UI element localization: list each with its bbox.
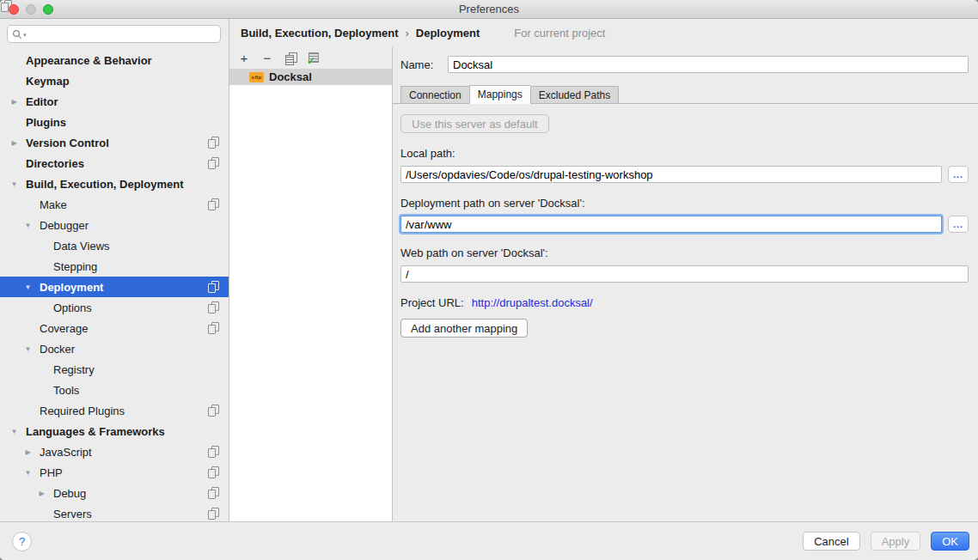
sidebar-item-required-plugins[interactable]: Required Plugins: [0, 400, 229, 421]
sidebar-item-docker[interactable]: ▼Docker: [0, 338, 229, 359]
deployment-path-label: Deployment path on server 'Docksal':: [400, 197, 969, 210]
sidebar-item-directories[interactable]: Directories: [0, 153, 229, 173]
deployment-path-input[interactable]: [400, 216, 942, 233]
copy-icon: [285, 52, 296, 64]
project-url-label: Project URL:: [400, 296, 464, 309]
server-row-docksal[interactable]: sftp Docksal: [229, 69, 392, 85]
use-as-default-button[interactable]: ✓: [307, 52, 321, 65]
breadcrumb-item-current: Deployment: [416, 27, 480, 40]
sidebar-item-registry[interactable]: Registry: [0, 359, 229, 380]
traffic-lights: [9, 4, 53, 15]
server-tabs: ConnectionMappingsExcluded Paths: [393, 85, 978, 104]
tab-mappings[interactable]: Mappings: [469, 85, 530, 104]
sidebar-item-label: Keymap: [26, 75, 70, 88]
server-list-toolbar: + − ✓: [229, 47, 392, 69]
expand-arrow-icon[interactable]: ▼: [23, 469, 33, 477]
project-level-icon: [207, 466, 219, 478]
scope-label: For current project: [514, 27, 605, 40]
sidebar-item-appearance-behavior[interactable]: Appearance & Behavior: [0, 50, 229, 70]
sidebar-item-build-execution-deployment[interactable]: ▼Build, Execution, Deployment: [0, 173, 229, 194]
sidebar-item-keymap[interactable]: Keymap: [0, 70, 229, 91]
sidebar-item-coverage[interactable]: Coverage: [0, 318, 229, 338]
ok-button[interactable]: OK: [931, 532, 969, 551]
title-bar: Preferences: [0, 0, 978, 19]
sidebar-item-label: JavaScript: [40, 446, 92, 459]
project-level-icon: [207, 198, 219, 210]
search-field[interactable]: ▾: [7, 25, 221, 43]
scope-indicator: For current project: [498, 27, 605, 40]
breadcrumb-item-root[interactable]: Build, Execution, Deployment: [241, 27, 398, 40]
sidebar-item-editor[interactable]: ▶Editor: [0, 91, 229, 112]
project-level-icon: [207, 487, 219, 499]
sidebar-item-javascript[interactable]: ▶JavaScript: [0, 441, 229, 462]
server-list-panel: + − ✓ sftp Docksal: [229, 47, 393, 521]
expand-arrow-icon[interactable]: ▶: [9, 98, 19, 106]
sidebar-item-data-views[interactable]: Data Views: [0, 235, 229, 256]
sidebar-item-label: Languages & Frameworks: [26, 425, 165, 438]
sidebar-item-label: Debug: [53, 487, 86, 500]
add-another-mapping-button[interactable]: Add another mapping: [400, 319, 528, 338]
sidebar-item-tools[interactable]: Tools: [0, 380, 229, 400]
sidebar-item-languages-frameworks[interactable]: ▼Languages & Frameworks: [0, 421, 229, 441]
deployment-path-browse-button[interactable]: ...: [948, 216, 969, 233]
local-path-input[interactable]: [400, 166, 942, 183]
sidebar-item-label: Docker: [40, 343, 75, 356]
add-server-button[interactable]: +: [237, 52, 251, 65]
tab-connection[interactable]: Connection: [400, 86, 469, 104]
project-level-icon: [207, 301, 219, 313]
expand-arrow-icon[interactable]: ▶: [9, 139, 19, 147]
sidebar-item-label: Required Plugins: [40, 405, 125, 417]
tab-excluded-paths[interactable]: Excluded Paths: [530, 86, 619, 104]
search-input[interactable]: [28, 27, 216, 41]
sidebar-item-debug[interactable]: ▶Debug: [0, 483, 229, 503]
copy-server-button[interactable]: [284, 52, 297, 65]
deployment-settings-panel: Name: ConnectionMappingsExcluded Paths U…: [393, 47, 978, 521]
zoom-window-button[interactable]: [43, 4, 53, 15]
sidebar-item-label: Build, Execution, Deployment: [26, 178, 183, 191]
apply-button[interactable]: Apply: [871, 532, 921, 551]
project-level-icon: [207, 508, 219, 520]
sidebar-item-servers[interactable]: Servers: [0, 503, 229, 521]
sidebar-item-label: Appearance & Behavior: [26, 54, 152, 67]
sidebar-item-plugins[interactable]: Plugins: [0, 112, 229, 132]
project-url-link[interactable]: http://drupaltest.docksal/: [472, 296, 593, 309]
settings-sidebar: ▾ Appearance & BehaviorKeymap▶EditorPlug…: [0, 19, 229, 521]
sidebar-item-stepping[interactable]: Stepping: [0, 256, 229, 277]
sidebar-item-deployment[interactable]: ▼Deployment: [0, 277, 229, 297]
expand-arrow-icon[interactable]: ▼: [23, 283, 33, 291]
sidebar-item-options[interactable]: Options: [0, 297, 229, 318]
help-button[interactable]: ?: [12, 532, 32, 551]
sidebar-item-label: Registry: [53, 363, 95, 376]
project-level-icon: [207, 137, 219, 149]
sidebar-item-debugger[interactable]: ▼Debugger: [0, 215, 229, 235]
expand-arrow-icon[interactable]: ▼: [9, 180, 19, 188]
name-input[interactable]: [448, 56, 969, 73]
web-path-label: Web path on server 'Docksal':: [400, 247, 969, 259]
expand-arrow-icon[interactable]: ▼: [9, 428, 19, 435]
expand-arrow-icon[interactable]: ▶: [37, 490, 46, 497]
minimize-window-button[interactable]: [26, 4, 36, 15]
project-level-icon: [498, 27, 510, 40]
search-icon: [12, 29, 22, 40]
dialog-footer: ? Cancel Apply OK: [0, 521, 978, 560]
sidebar-item-label: PHP: [40, 466, 63, 479]
project-level-icon: [207, 446, 219, 458]
expand-arrow-icon[interactable]: ▼: [23, 222, 33, 229]
expand-arrow-icon[interactable]: ▶: [23, 448, 33, 456]
cancel-button[interactable]: Cancel: [803, 532, 859, 551]
local-path-label: Local path:: [400, 147, 969, 160]
expand-arrow-icon[interactable]: ▼: [23, 345, 33, 353]
remove-server-button[interactable]: −: [260, 52, 274, 65]
search-options-chevron-icon[interactable]: ▾: [23, 32, 27, 39]
sidebar-item-make[interactable]: Make: [0, 194, 229, 215]
sidebar-item-version-control[interactable]: ▶Version Control: [0, 132, 229, 153]
breadcrumb-separator: ›: [404, 27, 409, 40]
use-server-default-button[interactable]: Use this server as default: [400, 114, 549, 133]
sidebar-item-label: Debugger: [40, 219, 89, 232]
local-path-browse-button[interactable]: ...: [948, 166, 969, 183]
sidebar-item-label: Deployment: [40, 281, 103, 294]
sidebar-item-label: Editor: [26, 95, 58, 108]
web-path-input[interactable]: [400, 265, 969, 283]
sidebar-item-php[interactable]: ▼PHP: [0, 462, 229, 483]
sftp-icon: sftp: [249, 72, 264, 82]
